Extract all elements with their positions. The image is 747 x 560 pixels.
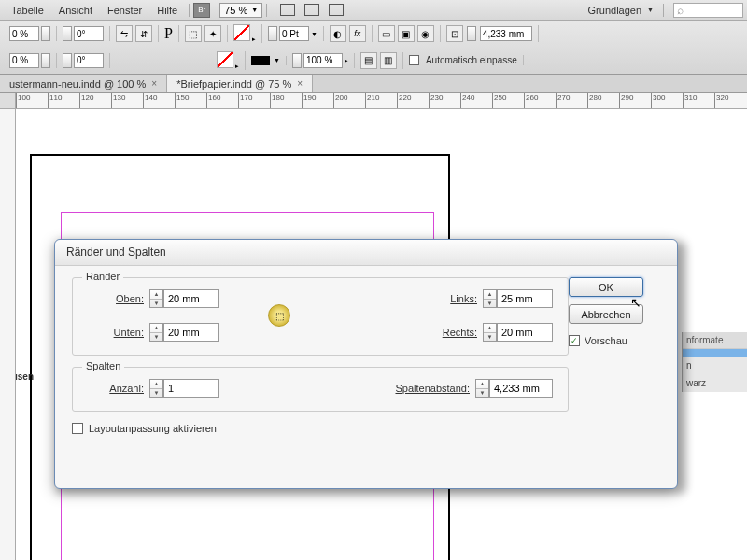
swatch-item-3[interactable]: warz xyxy=(683,374,747,392)
wrap-shape-icon[interactable]: ◉ xyxy=(417,25,434,42)
anzahl-label: Anzahl: xyxy=(88,383,144,394)
stepper[interactable] xyxy=(41,53,50,68)
menu-ansicht[interactable]: Ansicht xyxy=(51,3,100,18)
link-margins-icon[interactable]: ⬚ xyxy=(268,304,290,327)
preview-row: ✓ Vorschau xyxy=(569,335,627,346)
auto-fit-label: Automatisch einpasse xyxy=(426,55,517,65)
control-panel: ⇋ ⇵ P ⬚ ✦ ▸ ▼ ◐ fx ▭ ▣ ◉ xyxy=(0,21,747,75)
select-content-icon[interactable]: ✦ xyxy=(204,25,221,42)
spaltenabstand-stepper[interactable]: ▲▼ xyxy=(475,379,489,398)
ok-button[interactable]: OK xyxy=(569,277,643,297)
swatch-item-2[interactable]: n xyxy=(683,357,747,374)
stroke-style-swatch[interactable] xyxy=(251,56,270,65)
menu-tabelle[interactable]: Tabelle xyxy=(4,3,51,18)
paragraph-icon[interactable]: P xyxy=(164,25,173,41)
anzahl-stepper[interactable]: ▲▼ xyxy=(149,379,163,398)
ruler-corner xyxy=(0,93,16,109)
bridge-icon[interactable]: Br xyxy=(193,3,210,18)
stepper[interactable] xyxy=(292,53,302,68)
stroke-weight-input[interactable] xyxy=(279,26,309,41)
swatches-panel: nformate n warz xyxy=(682,332,747,392)
unten-input[interactable] xyxy=(163,323,219,342)
preview-checkbox[interactable]: ✓ xyxy=(569,335,580,346)
menu-hilfe[interactable]: Hilfe xyxy=(149,3,185,18)
menu-fenster[interactable]: Fenster xyxy=(100,3,149,18)
stepper[interactable] xyxy=(467,26,476,41)
wrap-bbox-icon[interactable]: ▣ xyxy=(398,25,415,42)
links-input[interactable] xyxy=(497,289,553,308)
opacity-input-2[interactable] xyxy=(9,53,39,68)
shear-input[interactable] xyxy=(74,53,104,68)
stepper[interactable] xyxy=(63,53,72,68)
crop-icon[interactable]: ⊡ xyxy=(446,25,463,42)
columns-fieldset: Spalten Anzahl: ▲▼ Spaltenabstand: ▲▼ xyxy=(72,367,569,412)
document-tabs: ustermann-neu.indd @ 100 %× *Briefpapier… xyxy=(0,75,747,93)
margins-fieldset: Ränder Oben: ▲▼ Unten: ▲▼ xyxy=(72,277,569,356)
oben-label: Oben: xyxy=(88,293,144,304)
wrap-jump-icon[interactable]: ▤ xyxy=(360,52,377,69)
layout-adjust-row: Layoutanpassung aktivieren xyxy=(72,423,569,434)
fx-icon[interactable]: fx xyxy=(349,25,366,42)
columns-legend: Spalten xyxy=(82,360,124,371)
doc-tab-2[interactable]: *Briefpapier.indd @ 75 %× xyxy=(167,75,313,92)
oben-stepper[interactable]: ▲▼ xyxy=(149,289,163,308)
spaltenabstand-label: Spaltenabstand: xyxy=(376,383,470,394)
select-container-icon[interactable]: ⬚ xyxy=(185,25,202,42)
rechts-stepper[interactable]: ▲▼ xyxy=(483,323,497,342)
view-mode-icons xyxy=(280,4,344,16)
no-stroke-icon[interactable] xyxy=(217,51,233,68)
stepper[interactable] xyxy=(41,26,50,41)
auto-fit-checkbox[interactable] xyxy=(409,55,419,65)
rechts-label: Rechts: xyxy=(421,327,477,338)
links-stepper[interactable]: ▲▼ xyxy=(483,289,497,308)
screenmode-icon-1[interactable] xyxy=(280,4,295,16)
flip-v-icon[interactable]: ⇵ xyxy=(135,25,152,42)
menu-sep xyxy=(189,4,190,17)
menu-sep3 xyxy=(663,4,664,17)
cancel-button[interactable]: Abbrechen xyxy=(569,304,643,324)
vertical-ruler xyxy=(0,109,16,560)
stroke-stepper[interactable] xyxy=(268,26,277,41)
menu-sep2 xyxy=(266,4,267,17)
screenmode-icon-3[interactable] xyxy=(329,4,344,16)
anzahl-input[interactable] xyxy=(163,379,219,398)
layout-adjust-checkbox[interactable] xyxy=(72,423,83,434)
workspace-dropdown[interactable]: Grundlagen▼ xyxy=(583,3,659,18)
opacity-input[interactable] xyxy=(9,26,39,41)
effects-icon[interactable]: ◐ xyxy=(330,25,346,42)
margins-legend: Ränder xyxy=(82,271,123,282)
oben-input[interactable] xyxy=(163,289,219,308)
close-icon[interactable]: × xyxy=(151,78,157,89)
margins-columns-dialog: Ränder und Spalten Ränder Oben: ▲▼ Unten… xyxy=(54,239,678,489)
wrap-column-icon[interactable]: ▥ xyxy=(380,52,397,69)
screenmode-icon-2[interactable] xyxy=(304,4,319,16)
panel-tab[interactable]: nformate xyxy=(683,332,747,349)
flip-h-icon[interactable]: ⇋ xyxy=(116,25,133,42)
horizontal-ruler: 1001101201301401501601701801902002102202… xyxy=(0,93,747,109)
zoom-dropdown[interactable]: 75 %▼ xyxy=(219,3,262,18)
doc-tab-1[interactable]: ustermann-neu.indd @ 100 %× xyxy=(0,75,167,92)
rechts-input[interactable] xyxy=(497,323,553,342)
width-input[interactable] xyxy=(480,26,532,41)
search-input[interactable] xyxy=(673,3,743,18)
no-fill-icon[interactable] xyxy=(233,24,250,41)
unten-stepper[interactable]: ▲▼ xyxy=(149,323,163,342)
wrap-none-icon[interactable]: ▭ xyxy=(378,25,395,42)
unten-label: Unten: xyxy=(88,327,144,338)
swatch-item-1[interactable] xyxy=(683,349,747,357)
tint-input[interactable] xyxy=(303,53,343,68)
links-label: Links: xyxy=(421,293,477,304)
close-icon[interactable]: × xyxy=(297,78,303,89)
layout-adjust-label: Layoutanpassung aktivieren xyxy=(89,423,217,434)
stepper[interactable] xyxy=(63,26,72,41)
menu-bar: Tabelle Ansicht Fenster Hilfe Br 75 %▼ G… xyxy=(0,0,747,21)
angle-input[interactable] xyxy=(74,26,104,41)
spaltenabstand-input[interactable] xyxy=(489,379,553,398)
dialog-title: Ränder und Spalten xyxy=(55,240,677,266)
preview-label: Vorschau xyxy=(585,335,627,346)
